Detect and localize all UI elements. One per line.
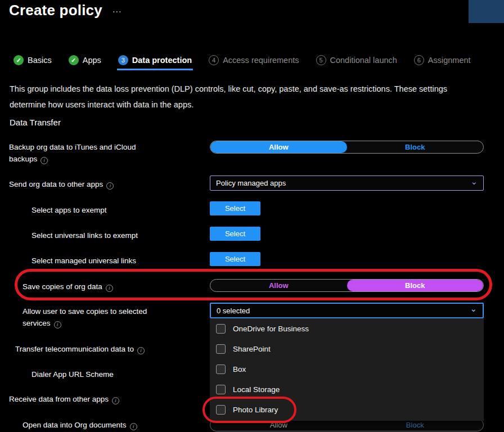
page-title: Create policy (9, 2, 102, 19)
option-label: Box (233, 365, 246, 374)
option-label: SharePoint (233, 345, 271, 353)
step-number: 6 (414, 55, 424, 65)
toggle-save-copies: Allow Block (210, 279, 484, 292)
setting-label-select-universal-links: Select universal links to exempt (32, 230, 138, 241)
section-heading: Data Transfer (10, 118, 61, 127)
setting-label-transfer-telecom: Transfer telecommunication data toi (15, 343, 145, 355)
option-label: Local Storage (233, 385, 280, 394)
checkbox[interactable] (216, 324, 226, 334)
setting-label-backup: Backup org data to iTunes and iCloud bac… (9, 141, 152, 165)
page-description: This group includes the data loss preven… (10, 81, 478, 112)
checkbox[interactable] (216, 385, 226, 394)
dropdown-value: 0 selected (217, 307, 250, 315)
tab-label: Data protection (132, 56, 192, 65)
dropdown-value: Policy managed apps (216, 179, 286, 187)
info-icon[interactable]: i (40, 157, 48, 164)
info-icon[interactable]: i (106, 182, 114, 190)
setting-label-open-data: Open data into Org documentsi (22, 419, 137, 431)
tab-apps[interactable]: ✓ Apps (69, 55, 101, 65)
info-icon[interactable]: i (112, 397, 119, 404)
tab-assignment[interactable]: 6 Assignment (414, 55, 471, 65)
setting-label-send-org-data: Send org data to other appsi (9, 178, 114, 190)
overflow-menu-icon[interactable]: ... (112, 4, 122, 15)
info-icon[interactable]: i (137, 347, 145, 354)
step-number: 3 (118, 55, 128, 65)
toggle-option-allow[interactable]: Allow (210, 280, 347, 291)
toggle-backup-org-data: Allow Block (210, 141, 484, 154)
dropdown-options-panel: OneDrive for Business SharePoint Box Loc… (210, 318, 484, 421)
setting-label-select-apps-exempt: Select apps to exempt (32, 204, 107, 216)
setting-label-dialer-scheme: Dialer App URL Scheme (32, 368, 114, 380)
setting-label-save-copies: Save copies of org datai (22, 281, 113, 292)
create-policy-page: Create policy ... ✓ Basics ✓ Apps 3 Data… (0, 0, 504, 432)
step-number: 4 (209, 55, 219, 65)
window-corner-decoration (469, 0, 504, 23)
tab-label: Apps (83, 56, 101, 65)
toggle-option-block[interactable]: Block (347, 280, 484, 291)
tab-conditional-launch[interactable]: 5 Conditional launch (316, 55, 397, 65)
wizard-steps: ✓ Basics ✓ Apps 3 Data protection 4 Acce… (14, 54, 471, 66)
tab-access-requirements[interactable]: 4 Access requirements (209, 55, 299, 65)
option-box[interactable]: Box (210, 359, 484, 379)
chevron-down-icon: ⌄ (470, 306, 477, 312)
dropdown-save-services[interactable]: 0 selected ⌄ (210, 303, 484, 318)
tab-label: Access requirements (223, 56, 299, 65)
setting-label-receive-data: Receive data from other appsi (9, 393, 119, 405)
option-local-storage[interactable]: Local Storage (210, 379, 484, 399)
chevron-down-icon: ⌄ (470, 179, 478, 184)
dropdown-send-org-data[interactable]: Policy managed apps ⌄ (210, 176, 484, 191)
checkbox[interactable] (216, 405, 226, 415)
tab-data-protection[interactable]: 3 Data protection (118, 55, 192, 65)
info-icon[interactable]: i (130, 423, 137, 430)
tab-label: Assignment (428, 56, 471, 65)
check-icon: ✓ (14, 55, 24, 65)
toggle-option-block[interactable]: Block (347, 419, 484, 431)
step-number: 5 (316, 55, 326, 65)
toggle-option-block[interactable]: Block (347, 141, 484, 153)
tab-basics[interactable]: ✓ Basics (14, 55, 52, 65)
info-icon[interactable]: i (54, 321, 61, 328)
option-onedrive[interactable]: OneDrive for Business (210, 318, 484, 339)
checkbox[interactable] (216, 344, 226, 354)
select-apps-exempt-button[interactable]: Select (210, 201, 260, 215)
check-icon: ✓ (69, 55, 79, 65)
option-photo-library[interactable]: Photo Library (210, 399, 484, 420)
option-label: Photo Library (233, 406, 278, 414)
option-label: OneDrive for Business (233, 325, 309, 333)
checkbox[interactable] (216, 364, 226, 374)
tab-label: Basics (28, 56, 52, 65)
toggle-option-allow[interactable]: Allow (210, 141, 347, 153)
info-icon[interactable]: i (106, 285, 113, 292)
setting-label-select-managed-links: Select managed universal links (32, 255, 136, 267)
select-universal-links-button[interactable]: Select (210, 227, 260, 241)
tab-label: Conditional launch (330, 56, 397, 65)
setting-label-save-services: Allow user to save copies to selected se… (22, 305, 164, 329)
toggle-option-allow[interactable]: Allow (210, 419, 347, 431)
select-managed-links-button[interactable]: Select (210, 252, 260, 266)
option-sharepoint[interactable]: SharePoint (210, 339, 484, 359)
